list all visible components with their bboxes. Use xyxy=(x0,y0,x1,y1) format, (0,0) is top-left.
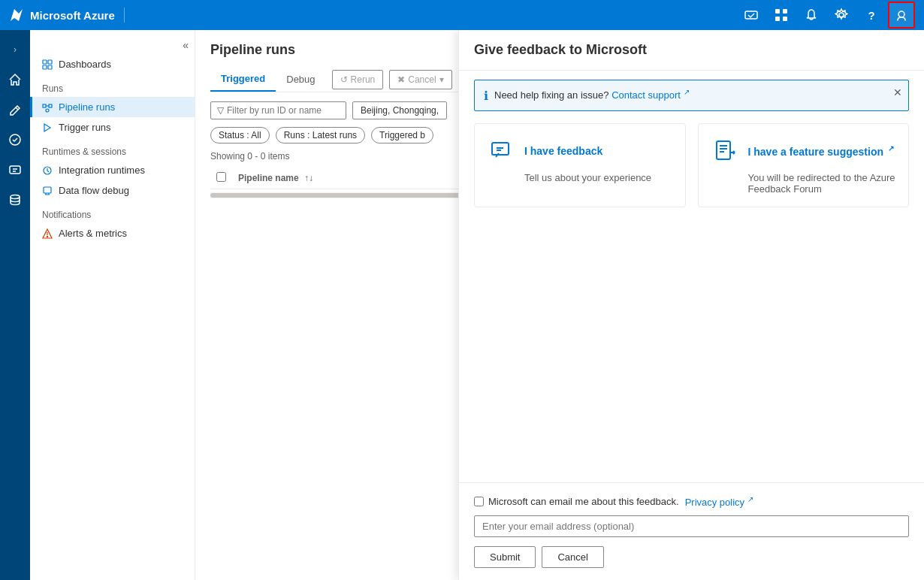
svg-point-10 xyxy=(11,195,20,199)
email-checkbox-label[interactable]: Microsoft can email me about this feedba… xyxy=(474,496,679,507)
data-icon[interactable] xyxy=(2,186,29,213)
email-checkbox[interactable] xyxy=(474,497,484,506)
svg-rect-11 xyxy=(43,60,47,64)
card-title-feature: I have a feature suggestion ↗ xyxy=(748,144,894,158)
feedback-card-feature[interactable]: I have a feature suggestion ↗ You will b… xyxy=(698,123,910,207)
sidebar-collapse-btn[interactable]: « xyxy=(30,36,195,54)
sidebar-section-runtimes: Runtimes & sessions xyxy=(30,137,195,160)
topbar-separator xyxy=(124,8,125,23)
link-text: Contact support xyxy=(611,89,681,101)
svg-rect-12 xyxy=(48,60,52,64)
privacy-text: Privacy policy xyxy=(685,497,744,508)
integration-runtimes-icon xyxy=(42,165,53,176)
rerun-label: Rerun xyxy=(351,74,376,85)
feedback-chat-icon xyxy=(487,136,517,166)
svg-marker-18 xyxy=(44,124,50,131)
sidebar-item-pipeline-runs[interactable]: Pipeline runs xyxy=(30,97,195,117)
sidebar-label-dashboards: Dashboards xyxy=(59,59,111,70)
rerun-btn[interactable]: ↺ Rerun xyxy=(332,70,384,89)
submit-row: Submit Cancel xyxy=(474,546,909,568)
main-layout: › « Dashboards Runs xyxy=(0,30,924,580)
feedback-header: Give feedback to Microsoft xyxy=(459,30,924,71)
svg-rect-9 xyxy=(10,166,20,174)
svg-rect-2 xyxy=(775,9,780,14)
card-header-feature: I have a feature suggestion ↗ xyxy=(711,136,897,166)
sidebar-item-trigger-runs[interactable]: Trigger runs xyxy=(30,117,195,137)
trigger-runs-icon xyxy=(42,122,53,133)
filter-input[interactable] xyxy=(227,105,340,116)
select-all-checkbox[interactable] xyxy=(216,172,226,182)
card-desc-feedback: Tell us about your experience xyxy=(487,172,673,183)
brand-name: Microsoft Azure xyxy=(30,9,115,22)
tab-debug[interactable]: Debug xyxy=(276,68,325,91)
svg-rect-16 xyxy=(49,104,52,107)
feedback-title: Give feedback to Microsoft xyxy=(474,42,909,58)
contact-support-link[interactable]: Contact support ↗ xyxy=(611,89,689,101)
sidebar-item-data-flow-debug[interactable]: Data flow debug xyxy=(30,180,195,201)
data-flow-debug-icon xyxy=(42,186,53,196)
feedback-icon-btn[interactable] xyxy=(888,2,915,29)
email-input[interactable] xyxy=(474,515,909,537)
collapse-icon: « xyxy=(183,39,189,51)
cancel-feedback-btn[interactable]: Cancel xyxy=(542,546,603,568)
sidebar-section-runs: Runs xyxy=(30,74,195,97)
help-icon[interactable]: ? xyxy=(858,2,885,29)
top-bar: Microsoft Azure ? xyxy=(0,0,924,30)
info-text-content: Need help fixing an issue? xyxy=(494,89,609,101)
sidebar-item-dashboards[interactable]: Dashboards xyxy=(30,54,195,74)
home-icon[interactable] xyxy=(2,66,29,93)
feedback-cards: I have feedback Tell us about your exper… xyxy=(459,111,924,219)
external-link-icon: ↗ xyxy=(684,88,690,96)
monitor-icon[interactable] xyxy=(2,126,29,153)
feedback-card-feedback[interactable]: I have feedback Tell us about your exper… xyxy=(474,123,686,207)
filter-icon: ▽ xyxy=(217,105,224,116)
cloud-shell-icon[interactable] xyxy=(738,2,765,29)
info-banner-text: Need help fixing an issue? Contact suppo… xyxy=(494,88,899,101)
svg-rect-14 xyxy=(48,65,52,69)
svg-rect-25 xyxy=(717,141,730,159)
sort-icon[interactable]: ↑↓ xyxy=(304,173,313,183)
alert-icon xyxy=(42,228,53,239)
chip-status[interactable]: Status : All xyxy=(210,127,270,143)
svg-rect-3 xyxy=(783,9,787,14)
privacy-policy-link[interactable]: Privacy policy ↗ xyxy=(685,495,753,508)
filter-input-wrapper[interactable]: ▽ xyxy=(210,101,346,119)
edit-icon[interactable] xyxy=(2,96,29,123)
svg-rect-5 xyxy=(783,17,787,21)
question-mark: ? xyxy=(868,9,874,22)
card-title-feedback: I have feedback xyxy=(524,145,602,157)
card-header-feedback: I have feedback xyxy=(487,136,673,166)
sidebar-item-integration-runtimes[interactable]: Integration runtimes xyxy=(30,160,195,180)
cancel-icon: ✖ xyxy=(397,74,405,85)
sidebar-section-notifications: Notifications xyxy=(30,201,195,223)
notification-icon[interactable] xyxy=(798,2,825,29)
svg-rect-1 xyxy=(745,11,757,19)
manage-icon[interactable] xyxy=(2,156,29,183)
settings-icon[interactable] xyxy=(828,2,855,29)
chip-triggered[interactable]: Triggered b xyxy=(371,127,433,143)
scroll-thumb[interactable] xyxy=(210,193,466,198)
tab-actions: ↺ Rerun ✖ Cancel ▾ xyxy=(332,70,452,89)
chip-runs[interactable]: Runs : Latest runs xyxy=(276,127,365,143)
pipeline-runs-label: Pipeline runs xyxy=(59,101,115,113)
dropdown-chevron-icon: ▾ xyxy=(439,74,444,85)
sidebar-item-alerts-metrics[interactable]: Alerts & metrics xyxy=(30,223,195,243)
location-filter[interactable]: Beijing, Chongqing, xyxy=(352,101,447,119)
feature-title-text: I have a feature suggestion xyxy=(748,146,884,158)
cancel-btn[interactable]: ✖ Cancel ▾ xyxy=(389,70,451,89)
email-row: Microsoft can email me about this feedba… xyxy=(474,495,909,508)
expand-nav-btn[interactable]: › xyxy=(2,36,29,63)
submit-btn[interactable]: Submit xyxy=(474,546,536,568)
location-text: Beijing, Chongqing, xyxy=(361,105,439,116)
feature-suggestion-icon xyxy=(711,136,741,166)
pipeline-runs-icon xyxy=(42,102,53,113)
info-banner: ℹ Need help fixing an issue? Contact sup… xyxy=(474,80,909,111)
azure-logo xyxy=(9,8,24,23)
feedback-bottom: Microsoft can email me about this feedba… xyxy=(459,482,924,580)
directory-icon[interactable] xyxy=(768,2,795,29)
banner-close-btn[interactable]: ✕ xyxy=(893,86,902,98)
tab-triggered[interactable]: Triggered xyxy=(210,67,276,92)
alerts-metrics-label: Alerts & metrics xyxy=(59,228,127,239)
content-area: Pipeline runs Triggered Debug ↺ Rerun ✖ … xyxy=(195,30,924,580)
spacer xyxy=(459,219,924,482)
